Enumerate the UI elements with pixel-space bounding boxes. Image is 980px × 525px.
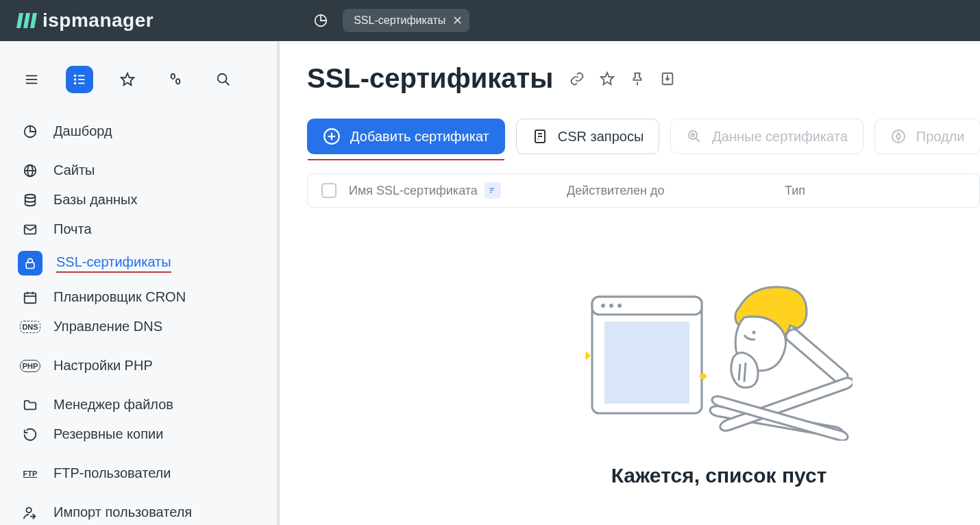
svg-marker-40 bbox=[896, 133, 901, 140]
svg-point-36 bbox=[689, 131, 697, 139]
pie-icon bbox=[21, 124, 40, 139]
empty-illustration bbox=[585, 283, 853, 441]
app-logo: ispmanager bbox=[16, 10, 154, 32]
svg-point-46 bbox=[601, 304, 605, 308]
sidebar-item-mail[interactable]: Почта bbox=[12, 215, 265, 244]
sidebar-item-files[interactable]: Менеджер файлов bbox=[12, 390, 265, 419]
svg-point-12 bbox=[218, 74, 227, 83]
modules-button[interactable] bbox=[162, 66, 189, 93]
search-icon bbox=[216, 72, 231, 87]
sidebar-item-dns[interactable]: DNS Управление DNS bbox=[12, 312, 265, 341]
search-doc-icon bbox=[686, 128, 702, 145]
sidebar-item-label: Управление DNS bbox=[53, 319, 162, 334]
pin-icon bbox=[630, 71, 645, 86]
logo-icon bbox=[16, 10, 37, 31]
list-icon bbox=[72, 72, 87, 87]
star-icon bbox=[600, 71, 615, 86]
folder-icon bbox=[21, 398, 40, 413]
close-icon[interactable]: ✕ bbox=[452, 14, 463, 27]
sidebar-item-label: Настройки PHP bbox=[53, 358, 153, 374]
dns-icon: DNS bbox=[21, 321, 40, 333]
open-tab[interactable]: SSL-сертификаты ✕ bbox=[343, 9, 469, 32]
svg-point-35 bbox=[537, 138, 539, 141]
svg-point-24 bbox=[27, 507, 32, 512]
user-import-icon bbox=[21, 505, 40, 520]
menu-toggle-button[interactable] bbox=[18, 66, 45, 93]
document-icon bbox=[532, 128, 548, 145]
tab-label: SSL-сертификаты bbox=[354, 14, 445, 27]
button-label: Добавить сертификат bbox=[350, 129, 489, 145]
svg-rect-49 bbox=[604, 321, 689, 404]
sidebar-item-label: Менеджер файлов bbox=[53, 397, 173, 413]
button-label: Продли bbox=[916, 129, 965, 145]
button-label: Данные сертификата bbox=[712, 129, 848, 145]
column-type[interactable]: Тип bbox=[785, 184, 966, 198]
database-icon bbox=[21, 193, 40, 208]
svg-point-7 bbox=[75, 83, 76, 84]
column-valid-until[interactable]: Действителен до bbox=[567, 184, 772, 198]
mail-icon bbox=[21, 222, 40, 237]
sidebar-item-label: SSL-сертификаты bbox=[56, 254, 171, 273]
search-button[interactable] bbox=[210, 66, 237, 93]
svg-marker-26 bbox=[601, 72, 613, 84]
certificate-data-button: Данные сертификата bbox=[670, 119, 863, 154]
sidebar-item-databases[interactable]: Базы данных bbox=[12, 185, 265, 215]
sidebar-item-label: Сайты bbox=[53, 162, 95, 178]
sidebar-item-label: Резервные копии bbox=[53, 426, 163, 442]
table-header: Имя SSL-сертификата Действителен до Тип bbox=[307, 173, 980, 208]
svg-rect-19 bbox=[26, 262, 34, 268]
column-name[interactable]: Имя SSL-сертификата bbox=[349, 184, 478, 198]
brand-name: ispmanager bbox=[42, 10, 154, 32]
favorite-button[interactable] bbox=[600, 71, 615, 86]
svg-point-11 bbox=[176, 79, 180, 84]
sidebar-item-import-user[interactable]: Импорт пользователя bbox=[12, 498, 265, 525]
copy-link-button[interactable] bbox=[569, 71, 585, 86]
sidebar-item-label: Планировщик CRON bbox=[53, 289, 186, 305]
globe-icon bbox=[21, 163, 40, 178]
php-icon: PHP bbox=[21, 360, 40, 372]
select-all-checkbox[interactable] bbox=[321, 183, 336, 198]
restore-icon bbox=[21, 427, 40, 442]
svg-point-52 bbox=[752, 331, 756, 334]
empty-state: Кажется, список пуст bbox=[307, 283, 980, 487]
svg-line-37 bbox=[696, 138, 700, 143]
lock-icon bbox=[18, 251, 42, 276]
star-icon bbox=[120, 72, 135, 87]
compass-icon bbox=[890, 128, 907, 145]
csr-requests-button[interactable]: CSR запросы bbox=[516, 119, 660, 154]
sidebar-item-label: Базы данных bbox=[53, 192, 137, 208]
svg-line-13 bbox=[225, 82, 230, 86]
sidebar-item-label: Дашборд bbox=[53, 123, 112, 139]
svg-rect-45 bbox=[592, 297, 702, 315]
plus-circle-icon bbox=[323, 127, 341, 145]
sort-asc-icon[interactable] bbox=[485, 182, 501, 199]
sidebar-item-php[interactable]: PHP Настройки PHP bbox=[12, 351, 265, 380]
sidebar-item-label: Импорт пользователя bbox=[53, 504, 192, 520]
sidebar-item-backups[interactable]: Резервные копии bbox=[12, 419, 265, 449]
download-button[interactable] bbox=[660, 71, 675, 86]
svg-marker-9 bbox=[121, 73, 134, 85]
dashboard-shortcut-button[interactable] bbox=[307, 7, 334, 34]
favorites-button[interactable] bbox=[114, 66, 141, 93]
download-icon bbox=[660, 71, 675, 86]
main-menu-button[interactable] bbox=[66, 66, 93, 93]
svg-line-53 bbox=[739, 364, 740, 380]
sidebar-item-sites[interactable]: Сайты bbox=[12, 156, 265, 185]
sidebar-item-cron[interactable]: Планировщик CRON bbox=[12, 282, 265, 312]
calendar-icon bbox=[21, 290, 40, 305]
page-title: SSL-сертификаты bbox=[307, 63, 553, 94]
svg-point-38 bbox=[691, 134, 694, 136]
sidebar-item-dashboard[interactable]: Дашборд bbox=[12, 117, 265, 146]
sidebar-item-label: FTP-пользователи bbox=[53, 465, 171, 481]
ftp-icon: FTP bbox=[21, 469, 40, 478]
add-certificate-button[interactable]: Добавить сертификат bbox=[307, 119, 505, 154]
pin-button[interactable] bbox=[630, 71, 645, 86]
svg-marker-50 bbox=[585, 352, 591, 360]
steps-icon bbox=[168, 72, 183, 87]
svg-point-5 bbox=[75, 79, 76, 80]
link-icon bbox=[569, 71, 585, 86]
svg-point-10 bbox=[171, 74, 175, 79]
sidebar-item-ftp[interactable]: FTP FTP-пользователи bbox=[12, 459, 265, 488]
sidebar-item-ssl[interactable]: SSL-сертификаты bbox=[12, 244, 265, 282]
svg-point-48 bbox=[617, 304, 622, 308]
